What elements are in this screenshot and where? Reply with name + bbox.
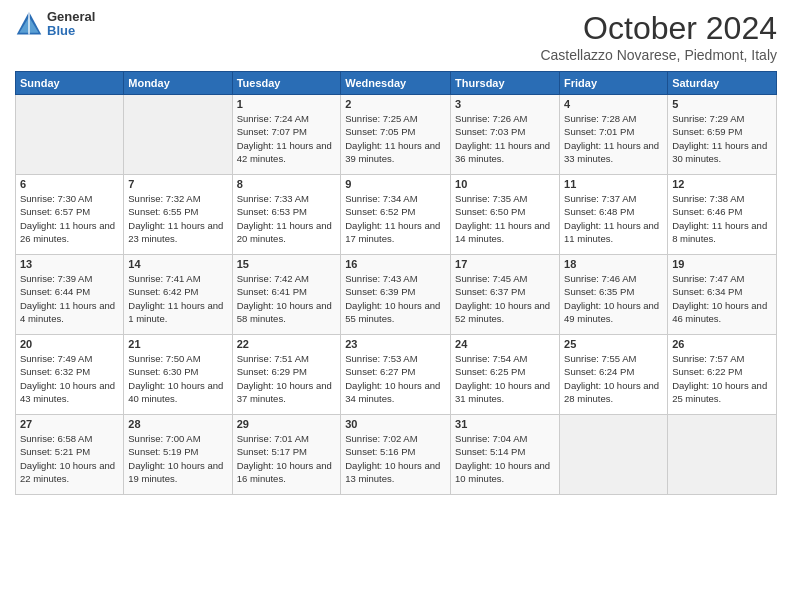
day-number: 22 — [237, 338, 337, 350]
day-number: 15 — [237, 258, 337, 270]
calendar-cell: 23Sunrise: 7:53 AMSunset: 6:27 PMDayligh… — [341, 335, 451, 415]
day-info: Sunrise: 7:29 AMSunset: 6:59 PMDaylight:… — [672, 112, 772, 165]
day-info: Sunrise: 7:46 AMSunset: 6:35 PMDaylight:… — [564, 272, 663, 325]
calendar-cell: 7Sunrise: 7:32 AMSunset: 6:55 PMDaylight… — [124, 175, 232, 255]
calendar-cell: 28Sunrise: 7:00 AMSunset: 5:19 PMDayligh… — [124, 415, 232, 495]
logo-blue: Blue — [47, 24, 95, 38]
day-number: 23 — [345, 338, 446, 350]
day-info: Sunrise: 7:49 AMSunset: 6:32 PMDaylight:… — [20, 352, 119, 405]
weekday-row: SundayMondayTuesdayWednesdayThursdayFrid… — [16, 72, 777, 95]
weekday-tuesday: Tuesday — [232, 72, 341, 95]
day-number: 4 — [564, 98, 663, 110]
calendar-cell: 25Sunrise: 7:55 AMSunset: 6:24 PMDayligh… — [560, 335, 668, 415]
weekday-saturday: Saturday — [668, 72, 777, 95]
day-info: Sunrise: 7:37 AMSunset: 6:48 PMDaylight:… — [564, 192, 663, 245]
day-info: Sunrise: 7:34 AMSunset: 6:52 PMDaylight:… — [345, 192, 446, 245]
day-info: Sunrise: 7:28 AMSunset: 7:01 PMDaylight:… — [564, 112, 663, 165]
calendar-cell: 14Sunrise: 7:41 AMSunset: 6:42 PMDayligh… — [124, 255, 232, 335]
day-number: 8 — [237, 178, 337, 190]
calendar-cell: 6Sunrise: 7:30 AMSunset: 6:57 PMDaylight… — [16, 175, 124, 255]
day-number: 20 — [20, 338, 119, 350]
calendar-cell: 12Sunrise: 7:38 AMSunset: 6:46 PMDayligh… — [668, 175, 777, 255]
day-info: Sunrise: 7:41 AMSunset: 6:42 PMDaylight:… — [128, 272, 227, 325]
day-info: Sunrise: 6:58 AMSunset: 5:21 PMDaylight:… — [20, 432, 119, 485]
calendar-body: 1Sunrise: 7:24 AMSunset: 7:07 PMDaylight… — [16, 95, 777, 495]
calendar-cell: 17Sunrise: 7:45 AMSunset: 6:37 PMDayligh… — [451, 255, 560, 335]
month-title: October 2024 — [540, 10, 777, 47]
logo-general: General — [47, 10, 95, 24]
day-number: 17 — [455, 258, 555, 270]
week-row-1: 1Sunrise: 7:24 AMSunset: 7:07 PMDaylight… — [16, 95, 777, 175]
day-info: Sunrise: 7:54 AMSunset: 6:25 PMDaylight:… — [455, 352, 555, 405]
calendar-cell — [560, 415, 668, 495]
calendar-cell: 1Sunrise: 7:24 AMSunset: 7:07 PMDaylight… — [232, 95, 341, 175]
calendar-cell: 13Sunrise: 7:39 AMSunset: 6:44 PMDayligh… — [16, 255, 124, 335]
week-row-2: 6Sunrise: 7:30 AMSunset: 6:57 PMDaylight… — [16, 175, 777, 255]
calendar-cell — [668, 415, 777, 495]
logo: General Blue — [15, 10, 95, 39]
weekday-wednesday: Wednesday — [341, 72, 451, 95]
day-info: Sunrise: 7:26 AMSunset: 7:03 PMDaylight:… — [455, 112, 555, 165]
day-number: 10 — [455, 178, 555, 190]
day-info: Sunrise: 7:35 AMSunset: 6:50 PMDaylight:… — [455, 192, 555, 245]
day-number: 11 — [564, 178, 663, 190]
calendar-cell — [124, 95, 232, 175]
day-number: 24 — [455, 338, 555, 350]
day-info: Sunrise: 7:45 AMSunset: 6:37 PMDaylight:… — [455, 272, 555, 325]
calendar-cell: 24Sunrise: 7:54 AMSunset: 6:25 PMDayligh… — [451, 335, 560, 415]
day-number: 12 — [672, 178, 772, 190]
location: Castellazzo Novarese, Piedmont, Italy — [540, 47, 777, 63]
day-info: Sunrise: 7:01 AMSunset: 5:17 PMDaylight:… — [237, 432, 337, 485]
calendar-cell: 8Sunrise: 7:33 AMSunset: 6:53 PMDaylight… — [232, 175, 341, 255]
day-info: Sunrise: 7:33 AMSunset: 6:53 PMDaylight:… — [237, 192, 337, 245]
day-number: 30 — [345, 418, 446, 430]
calendar-cell: 4Sunrise: 7:28 AMSunset: 7:01 PMDaylight… — [560, 95, 668, 175]
calendar-cell: 2Sunrise: 7:25 AMSunset: 7:05 PMDaylight… — [341, 95, 451, 175]
day-info: Sunrise: 7:50 AMSunset: 6:30 PMDaylight:… — [128, 352, 227, 405]
calendar-cell: 3Sunrise: 7:26 AMSunset: 7:03 PMDaylight… — [451, 95, 560, 175]
day-number: 28 — [128, 418, 227, 430]
calendar-header: SundayMondayTuesdayWednesdayThursdayFrid… — [16, 72, 777, 95]
week-row-4: 20Sunrise: 7:49 AMSunset: 6:32 PMDayligh… — [16, 335, 777, 415]
day-info: Sunrise: 7:51 AMSunset: 6:29 PMDaylight:… — [237, 352, 337, 405]
calendar-cell: 15Sunrise: 7:42 AMSunset: 6:41 PMDayligh… — [232, 255, 341, 335]
day-info: Sunrise: 7:43 AMSunset: 6:39 PMDaylight:… — [345, 272, 446, 325]
calendar-cell: 26Sunrise: 7:57 AMSunset: 6:22 PMDayligh… — [668, 335, 777, 415]
day-number: 25 — [564, 338, 663, 350]
day-number: 13 — [20, 258, 119, 270]
day-number: 14 — [128, 258, 227, 270]
day-info: Sunrise: 7:32 AMSunset: 6:55 PMDaylight:… — [128, 192, 227, 245]
calendar-cell: 30Sunrise: 7:02 AMSunset: 5:16 PMDayligh… — [341, 415, 451, 495]
weekday-sunday: Sunday — [16, 72, 124, 95]
day-info: Sunrise: 7:30 AMSunset: 6:57 PMDaylight:… — [20, 192, 119, 245]
day-info: Sunrise: 7:47 AMSunset: 6:34 PMDaylight:… — [672, 272, 772, 325]
day-number: 16 — [345, 258, 446, 270]
day-number: 27 — [20, 418, 119, 430]
calendar-cell: 11Sunrise: 7:37 AMSunset: 6:48 PMDayligh… — [560, 175, 668, 255]
week-row-3: 13Sunrise: 7:39 AMSunset: 6:44 PMDayligh… — [16, 255, 777, 335]
calendar-cell: 27Sunrise: 6:58 AMSunset: 5:21 PMDayligh… — [16, 415, 124, 495]
calendar-cell: 9Sunrise: 7:34 AMSunset: 6:52 PMDaylight… — [341, 175, 451, 255]
day-number: 1 — [237, 98, 337, 110]
day-info: Sunrise: 7:55 AMSunset: 6:24 PMDaylight:… — [564, 352, 663, 405]
logo-text: General Blue — [47, 10, 95, 39]
day-number: 29 — [237, 418, 337, 430]
calendar-cell: 19Sunrise: 7:47 AMSunset: 6:34 PMDayligh… — [668, 255, 777, 335]
calendar-table: SundayMondayTuesdayWednesdayThursdayFrid… — [15, 71, 777, 495]
calendar-cell — [16, 95, 124, 175]
weekday-friday: Friday — [560, 72, 668, 95]
weekday-monday: Monday — [124, 72, 232, 95]
day-number: 5 — [672, 98, 772, 110]
calendar-cell: 16Sunrise: 7:43 AMSunset: 6:39 PMDayligh… — [341, 255, 451, 335]
header: General Blue October 2024 Castellazzo No… — [15, 10, 777, 63]
calendar-cell: 20Sunrise: 7:49 AMSunset: 6:32 PMDayligh… — [16, 335, 124, 415]
calendar-cell: 18Sunrise: 7:46 AMSunset: 6:35 PMDayligh… — [560, 255, 668, 335]
weekday-thursday: Thursday — [451, 72, 560, 95]
day-info: Sunrise: 7:42 AMSunset: 6:41 PMDaylight:… — [237, 272, 337, 325]
week-row-5: 27Sunrise: 6:58 AMSunset: 5:21 PMDayligh… — [16, 415, 777, 495]
day-info: Sunrise: 7:53 AMSunset: 6:27 PMDaylight:… — [345, 352, 446, 405]
day-number: 3 — [455, 98, 555, 110]
day-number: 6 — [20, 178, 119, 190]
calendar-cell: 29Sunrise: 7:01 AMSunset: 5:17 PMDayligh… — [232, 415, 341, 495]
day-info: Sunrise: 7:57 AMSunset: 6:22 PMDaylight:… — [672, 352, 772, 405]
